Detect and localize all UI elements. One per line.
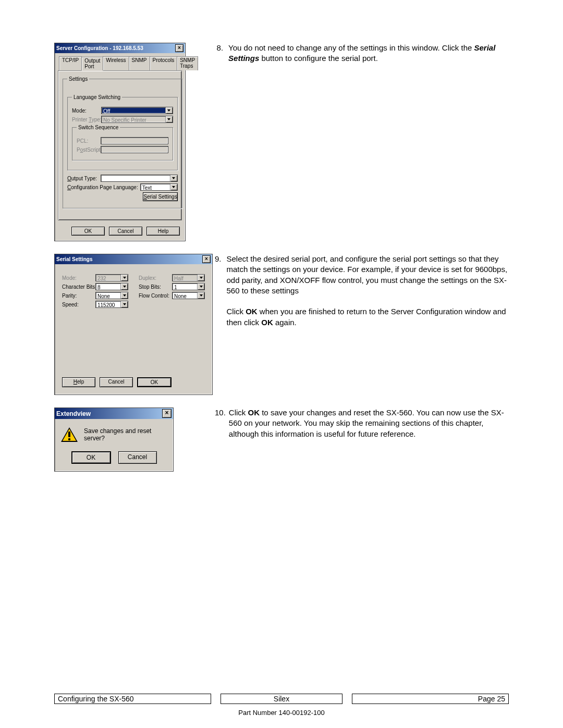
chevron-down-icon[interactable]	[165, 107, 173, 114]
duplex-combo: Half	[172, 274, 205, 281]
switch-legend: Switch Sequence	[77, 125, 120, 130]
tab-wireless[interactable]: Wireless	[103, 56, 129, 70]
mode-combo[interactable]: Off	[101, 107, 173, 114]
step-8-text: 8. You do not need to change any of the …	[215, 43, 509, 241]
dialog-message: Save changes and reset server?	[84, 427, 167, 442]
chevron-down-icon[interactable]	[120, 301, 128, 307]
footer-left: Configuring the SX-560	[54, 694, 211, 704]
part-number: Part Number 140-00192-100	[0, 709, 563, 717]
close-icon[interactable]: ×	[162, 409, 172, 418]
settings-group: Settings Language Switching Mode: Off	[63, 76, 182, 208]
chevron-down-icon	[120, 275, 128, 281]
mode-label: Mode:	[72, 108, 99, 114]
titlebar: Server Configuration - 192.168.5.53 ×	[55, 43, 185, 53]
window-title: Server Configuration - 192.168.5.53	[56, 45, 143, 51]
parity-combo[interactable]: None	[95, 292, 128, 299]
postscript-input	[101, 146, 168, 153]
warning-icon	[61, 427, 78, 442]
charbits-combo[interactable]: 8	[95, 283, 128, 290]
switch-sequence-group: Switch Sequence PCL: PostScript:	[72, 125, 173, 161]
server-config-window: Server Configuration - 192.168.5.53 × TC…	[54, 43, 186, 241]
cancel-button[interactable]: Cancel	[118, 451, 157, 464]
printer-type-combo: No Specific Printer	[101, 116, 173, 123]
chevron-down-icon	[165, 116, 173, 122]
titlebar: Serial Settings ×	[55, 254, 212, 264]
duplex-label: Duplex:	[139, 275, 172, 281]
chevron-down-icon[interactable]	[197, 283, 204, 290]
tab-panel: Settings Language Switching Mode: Off	[58, 70, 182, 220]
config-page-lang-combo[interactable]: Text	[140, 183, 178, 191]
postscript-label: PostScript:	[77, 147, 99, 153]
stopbits-label: Stop Bits:	[139, 284, 172, 290]
cancel-button[interactable]: Cancel	[100, 377, 133, 387]
output-type-combo[interactable]	[101, 175, 178, 182]
ok-button[interactable]: OK	[71, 451, 111, 464]
serial-settings-window: Serial Settings × Mode:232 Character Bit…	[54, 254, 213, 395]
titlebar: Extendview ×	[55, 408, 173, 419]
page-footer: Configuring the SX-560 Silex Page 25	[54, 694, 509, 704]
tab-strip: TCP/IP Output Port Wireless SNMP Protoco…	[59, 56, 182, 70]
chevron-down-icon[interactable]	[120, 283, 128, 290]
window-title: Serial Settings	[56, 256, 92, 262]
config-page-lang-label: Configuration Page Language:	[67, 184, 138, 190]
chevron-down-icon[interactable]	[170, 175, 177, 181]
close-icon[interactable]: ×	[202, 255, 211, 263]
stopbits-combo[interactable]: 1	[172, 283, 205, 290]
tab-snmp-traps[interactable]: SNMP Traps	[177, 56, 198, 70]
step-9-text: 9. Select the desired serial port, and c…	[215, 254, 509, 395]
flow-combo[interactable]: None	[172, 292, 205, 299]
chevron-down-icon[interactable]	[197, 292, 204, 299]
charbits-label: Character Bits:	[62, 284, 95, 290]
tab-output-port[interactable]: Output Port	[81, 57, 103, 71]
settings-legend: Settings	[67, 76, 89, 82]
window-title: Extendview	[56, 410, 91, 417]
lang-legend: Language Switching	[72, 94, 122, 100]
help-button[interactable]: Help	[62, 377, 95, 387]
speed-label: Speed:	[62, 302, 95, 307]
serial-settings-button[interactable]: Serial Settings	[143, 192, 177, 201]
tab-protocols[interactable]: Protocols	[150, 56, 178, 70]
speed-combo[interactable]: 115200	[95, 301, 128, 308]
step-10-text: 10. Click OK to save your changes and re…	[215, 408, 509, 472]
close-icon[interactable]: ×	[175, 44, 183, 52]
flow-label: Flow Control:	[139, 293, 172, 299]
printer-type-label: Printer Type:	[72, 117, 99, 122]
chevron-down-icon[interactable]	[170, 184, 177, 190]
ok-button[interactable]: OK	[137, 377, 172, 387]
help-button[interactable]: Help	[146, 227, 180, 236]
chevron-down-icon[interactable]	[120, 292, 128, 299]
pcl-input	[101, 137, 168, 144]
chevron-down-icon	[197, 275, 204, 281]
mode-label: Mode:	[62, 275, 95, 281]
tab-tcpip[interactable]: TCP/IP	[59, 56, 82, 70]
parity-label: Parity:	[62, 293, 95, 299]
cancel-button[interactable]: Cancel	[109, 227, 142, 236]
language-switching-group: Language Switching Mode: Off Printer Typ…	[67, 94, 178, 170]
pcl-label: PCL:	[77, 138, 99, 144]
tab-snmp[interactable]: SNMP	[129, 56, 150, 70]
mode-combo: 232	[95, 274, 128, 281]
ok-button[interactable]: OK	[71, 227, 105, 236]
footer-center: Silex	[221, 694, 343, 704]
output-type-label: Output Type:	[67, 176, 99, 181]
footer-right: Page 25	[352, 694, 509, 704]
extendview-dialog: Extendview × Save changes and reset serv…	[54, 408, 174, 472]
